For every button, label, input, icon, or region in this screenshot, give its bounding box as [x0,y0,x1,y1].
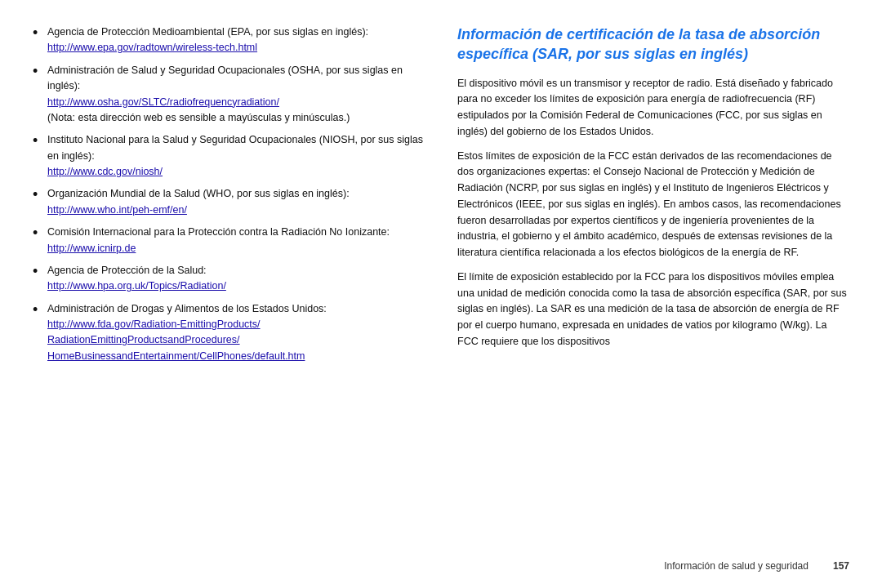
list-item: • Agencia de Protección Medioambiental (… [33,24,425,56]
bullet-content: Administración de Drogas y Alimentos de … [47,301,425,365]
bullet-dot: • [33,186,44,204]
paragraph-2: Estos límites de exposición de la FCC es… [457,149,849,261]
list-item: • Administración de Drogas y Alimentos d… [33,301,425,365]
bullet-text: Administración de Drogas y Alimentos de … [47,303,327,314]
bullet-dot: • [33,132,44,150]
paragraph-3: El límite de exposición establecido por … [457,270,849,350]
list-item: • Organización Mundial de la Salud (WHO,… [33,186,425,218]
footer-bar: Información de salud y seguridad 157 [33,552,849,572]
paragraph-1: El dispositivo móvil es un transmisor y … [457,76,849,140]
list-item: • Agencia de Protección de la Salud: htt… [33,263,425,295]
bullet-content: Administración de Salud y Seguridad Ocup… [47,63,425,127]
hpa-link[interactable]: http://www.hpa.org.uk/Topics/Radiation/ [47,280,226,292]
list-item: • Comisión Internacional para la Protecc… [33,225,425,256]
bullet-content: Agencia de Protección Medioambiental (EP… [47,24,425,56]
bullet-text: Agencia de Protección Medioambiental (EP… [47,26,368,38]
bullet-dot: • [33,263,44,281]
epa-link[interactable]: http://www.epa.gov/radtown/wireless-tech… [47,42,257,53]
bullet-content: Comisión Internacional para la Protecció… [47,225,425,256]
bullet-text: Organización Mundial de la Salud (WHO, p… [47,188,350,199]
icnirp-link[interactable]: http://www.icnirp.de [47,243,136,254]
page-container: • Agencia de Protección Medioambiental (… [0,0,882,588]
fda-link[interactable]: http://www.fda.gov/Radiation-EmittingPro… [47,318,305,362]
niosh-link[interactable]: http://www.cdc.gov/niosh/ [47,166,163,177]
right-column: Información de certificación de la tasa … [457,24,849,552]
footer-page-number: 157 [833,560,849,572]
bullet-content: Organización Mundial de la Salud (WHO, p… [47,186,425,218]
bullet-text: Instituto Nacional para la Salud y Segur… [47,134,423,161]
who-link[interactable]: http://www.who.int/peh-emf/en/ [47,204,187,216]
left-column: • Agencia de Protección Medioambiental (… [33,24,425,552]
bullet-dot: • [33,301,44,319]
bullet-text: Agencia de Protección de la Salud: [47,265,207,276]
bullet-content: Agencia de Protección de la Salud: http:… [47,263,425,295]
content-columns: • Agencia de Protección Medioambiental (… [33,24,849,552]
osha-link[interactable]: http://www.osha.gov/SLTC/radiofrequencyr… [47,96,279,108]
list-item: • Administración de Salud y Seguridad Oc… [33,63,425,127]
bullet-text: Administración de Salud y Seguridad Ocup… [47,65,403,91]
list-item: • Instituto Nacional para la Salud y Seg… [33,132,425,180]
footer-section-label: Información de salud y seguridad [664,560,808,572]
bullet-content: Instituto Nacional para la Salud y Segur… [47,132,425,180]
bullet-text: Comisión Internacional para la Protecció… [47,226,390,238]
bullet-dot: • [33,24,44,42]
bullet-dot: • [33,63,44,81]
bullet-after: (Nota: esta dirección web es sensible a … [47,112,350,123]
bullet-list: • Agencia de Protección Medioambiental (… [33,24,425,364]
section-heading: Información de certificación de la tasa … [457,24,849,65]
bullet-dot: • [33,225,44,243]
